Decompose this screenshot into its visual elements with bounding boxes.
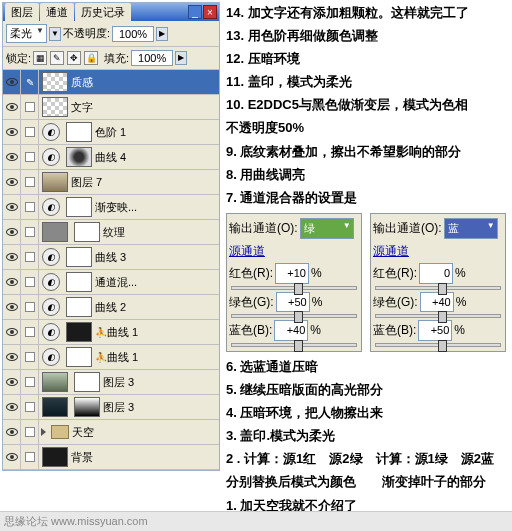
link-cell[interactable]	[21, 145, 39, 170]
opacity-arrow-icon[interactable]: ▶	[156, 27, 168, 41]
step-text: 8. 用曲线调亮	[226, 164, 510, 186]
visibility-toggle[interactable]	[3, 220, 21, 245]
visibility-toggle[interactable]	[3, 345, 21, 370]
lock-all-icon[interactable]: 🔒	[84, 51, 98, 65]
close-icon[interactable]: ×	[203, 5, 217, 19]
pct: %	[454, 320, 465, 340]
pct: %	[310, 320, 321, 340]
blue-value[interactable]: +40	[274, 320, 308, 341]
link-cell[interactable]	[21, 345, 39, 370]
eye-icon	[6, 178, 18, 186]
lock-move-icon[interactable]: ✥	[67, 51, 81, 65]
tab-history[interactable]: 历史记录	[75, 3, 131, 22]
link-cell[interactable]	[21, 270, 39, 295]
green-slider[interactable]	[375, 314, 501, 318]
red-slider[interactable]	[375, 286, 501, 290]
layer-row[interactable]: 纹理	[3, 220, 219, 245]
visibility-toggle[interactable]	[3, 70, 21, 95]
layer-row[interactable]: ◐⛹曲线 1	[3, 320, 219, 345]
eye-icon	[6, 128, 18, 136]
layer-name: 渐变映...	[95, 200, 219, 215]
step-text: 分别替换后模式为颜色 渐变掉叶子的部分	[226, 471, 510, 493]
layer-name: 图层 7	[71, 175, 219, 190]
link-cell[interactable]	[21, 395, 39, 420]
eye-icon	[6, 403, 18, 411]
blue-slider[interactable]	[231, 343, 357, 347]
layer-row[interactable]: ◐曲线 4	[3, 145, 219, 170]
red-value[interactable]: 0	[419, 263, 453, 284]
pct: %	[456, 292, 467, 312]
red-slider[interactable]	[231, 286, 357, 290]
visibility-toggle[interactable]	[3, 370, 21, 395]
visibility-toggle[interactable]	[3, 95, 21, 120]
link-cell[interactable]	[21, 295, 39, 320]
layer-row[interactable]: ◐通道混...	[3, 270, 219, 295]
layer-row[interactable]: 图层 3	[3, 395, 219, 420]
visibility-toggle[interactable]	[3, 120, 21, 145]
blue-label: 蓝色(B):	[373, 320, 416, 340]
layer-name: 天空	[72, 425, 219, 440]
minimize-icon[interactable]: _	[188, 5, 202, 19]
pct: %	[455, 263, 466, 283]
link-cell[interactable]	[21, 370, 39, 395]
source-label: 源通道	[229, 241, 265, 261]
layer-row[interactable]: 天空	[3, 420, 219, 445]
layer-row[interactable]: ◐曲线 3	[3, 245, 219, 270]
red-label: 红色(R):	[229, 263, 273, 283]
visibility-toggle[interactable]	[3, 320, 21, 345]
layer-row[interactable]: ◐⛹曲线 1	[3, 345, 219, 370]
visibility-toggle[interactable]	[3, 445, 21, 470]
layer-row[interactable]: ◐色阶 1	[3, 120, 219, 145]
link-cell[interactable]	[21, 195, 39, 220]
opacity-input[interactable]: 100%	[112, 26, 154, 42]
layer-row[interactable]: 图层 7	[3, 170, 219, 195]
fill-input[interactable]: 100%	[131, 50, 173, 66]
blend-mode-select[interactable]: 柔光	[6, 24, 47, 43]
output-select-green[interactable]: 绿	[300, 218, 354, 239]
green-value[interactable]: +50	[276, 292, 310, 313]
step-text: 2 . 计算：源1红 源2绿 计算：源1绿 源2蓝	[226, 448, 510, 470]
visibility-toggle[interactable]	[3, 420, 21, 445]
tab-layers[interactable]: 图层	[5, 3, 39, 22]
link-cell[interactable]	[21, 170, 39, 195]
blue-value[interactable]: +50	[418, 320, 452, 341]
layer-row[interactable]: ✎质感	[3, 70, 219, 95]
visibility-toggle[interactable]	[3, 195, 21, 220]
fill-arrow-icon[interactable]: ▶	[175, 51, 187, 65]
channel-mixer: 输出通道(O):绿 源通道 红色(R):+10% 绿色(G):+50% 蓝色(B…	[226, 213, 510, 352]
link-cell[interactable]: ✎	[21, 70, 39, 95]
link-cell[interactable]	[21, 445, 39, 470]
titlebar: 图层 通道 历史记录 _ ×	[3, 3, 219, 21]
layer-name: 曲线 2	[95, 300, 219, 315]
link-cell[interactable]	[21, 320, 39, 345]
visibility-toggle[interactable]	[3, 245, 21, 270]
layer-row[interactable]: 文字	[3, 95, 219, 120]
eye-icon	[6, 228, 18, 236]
visibility-toggle[interactable]	[3, 270, 21, 295]
layer-row[interactable]: ◐曲线 2	[3, 295, 219, 320]
red-value[interactable]: +10	[275, 263, 309, 284]
layers-panel: 图层 通道 历史记录 _ × 柔光 ▼ 不透明度: 100% ▶ 锁定: ▦ ✎…	[2, 2, 220, 471]
visibility-toggle[interactable]	[3, 145, 21, 170]
green-slider[interactable]	[231, 314, 357, 318]
step-text: 不透明度50%	[226, 117, 510, 139]
output-select-blue[interactable]: 蓝	[444, 218, 498, 239]
tab-channels[interactable]: 通道	[40, 3, 74, 22]
layer-row[interactable]: ◐渐变映...	[3, 195, 219, 220]
layer-row[interactable]: 图层 3	[3, 370, 219, 395]
link-cell[interactable]	[21, 420, 39, 445]
link-cell[interactable]	[21, 95, 39, 120]
blend-arrow-icon[interactable]: ▼	[49, 27, 61, 41]
lock-brush-icon[interactable]: ✎	[50, 51, 64, 65]
visibility-toggle[interactable]	[3, 170, 21, 195]
link-cell[interactable]	[21, 245, 39, 270]
link-cell[interactable]	[21, 220, 39, 245]
visibility-toggle[interactable]	[3, 295, 21, 320]
green-value[interactable]: +40	[420, 292, 454, 313]
layer-name: 曲线 3	[95, 250, 219, 265]
lock-transparency-icon[interactable]: ▦	[33, 51, 47, 65]
visibility-toggle[interactable]	[3, 395, 21, 420]
link-cell[interactable]	[21, 120, 39, 145]
layer-row[interactable]: 背景	[3, 445, 219, 470]
blue-slider[interactable]	[375, 343, 501, 347]
